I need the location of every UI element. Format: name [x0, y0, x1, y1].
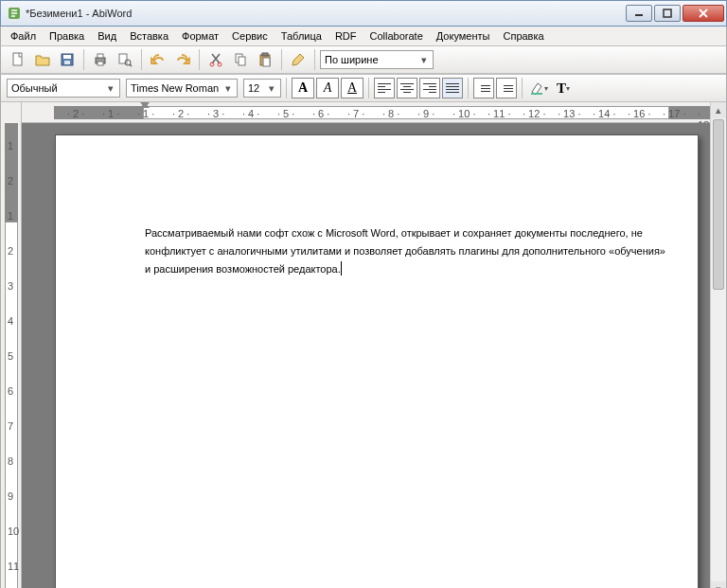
- svg-line-12: [130, 64, 132, 66]
- svg-rect-16: [239, 57, 245, 65]
- svg-rect-2: [664, 9, 671, 17]
- menu-edit[interactable]: Правка: [44, 28, 90, 44]
- svg-rect-10: [119, 54, 127, 63]
- svg-rect-6: [64, 61, 70, 64]
- scroll-down-button[interactable]: ▾: [711, 581, 726, 588]
- window-title: *Безимени1 - AbiWord: [26, 8, 626, 19]
- chevron-down-icon: ▾: [417, 54, 431, 66]
- maximize-button[interactable]: [654, 5, 681, 22]
- document-text[interactable]: Рассматриваемый нами софт схож с Microso…: [145, 224, 669, 278]
- menubar: Файл Правка Вид Вставка Формат Сервис Та…: [0, 27, 727, 45]
- print-button[interactable]: [89, 48, 112, 71]
- vertical-scrollbar[interactable]: ▴ ▾: [710, 102, 726, 588]
- underline-button[interactable]: A: [341, 78, 364, 98]
- menu-help[interactable]: Справка: [497, 28, 549, 44]
- menu-view[interactable]: Вид: [92, 28, 122, 44]
- document-area: 121234567891011 · 2 ·· 1 ·· 1 ·· 2 ·· 3 …: [0, 102, 727, 588]
- menu-file[interactable]: Файл: [5, 28, 42, 44]
- svg-rect-3: [13, 53, 22, 65]
- align-left-button[interactable]: [374, 78, 395, 98]
- bullet-list-button[interactable]: [496, 78, 517, 98]
- cut-button[interactable]: [204, 48, 227, 71]
- chevron-down-icon: ▾: [222, 82, 235, 95]
- size-value: 12: [248, 82, 265, 94]
- svg-rect-8: [98, 54, 103, 58]
- zoom-value: По ширине: [325, 54, 417, 65]
- copy-button[interactable]: [229, 48, 252, 71]
- font-color-button[interactable]: T▾: [552, 77, 575, 99]
- menu-documents[interactable]: Документы: [431, 28, 496, 44]
- align-right-button[interactable]: [419, 78, 440, 98]
- open-button[interactable]: [31, 48, 54, 71]
- chevron-down-icon: ▾: [104, 82, 117, 95]
- numbered-list-button[interactable]: [473, 78, 494, 98]
- new-button[interactable]: [7, 48, 29, 71]
- page[interactable]: Рассматриваемый нами софт схож с Microso…: [55, 134, 699, 588]
- vertical-ruler[interactable]: 121234567891011: [1, 102, 22, 588]
- format-toolbar: Обычный ▾ Times New Roman ▾ 12 ▾ A A A ▾…: [0, 74, 727, 102]
- svg-rect-19: [263, 58, 270, 66]
- svg-rect-5: [63, 55, 71, 59]
- zoom-combo[interactable]: По ширине ▾: [320, 50, 434, 69]
- document-canvas[interactable]: Рассматриваемый нами софт схож с Microso…: [22, 123, 710, 588]
- style-combo[interactable]: Обычный ▾: [7, 79, 120, 98]
- menu-insert[interactable]: Вставка: [124, 28, 174, 44]
- paste-button[interactable]: [254, 48, 276, 71]
- horizontal-ruler[interactable]: · 2 ·· 1 ·· 1 ·· 2 ·· 3 ·· 4 ·· 5 ·· 6 ·…: [22, 102, 710, 123]
- format-painter-button[interactable]: [287, 48, 310, 71]
- chevron-down-icon: ▾: [265, 82, 278, 95]
- highlight-button[interactable]: ▾: [527, 77, 550, 99]
- menu-format[interactable]: Формат: [176, 28, 224, 44]
- print-preview-button[interactable]: [114, 48, 136, 71]
- standard-toolbar: По ширине ▾: [0, 45, 727, 74]
- minimize-button[interactable]: [626, 5, 652, 22]
- app-icon: [7, 6, 22, 21]
- undo-button[interactable]: [147, 48, 169, 71]
- menu-table[interactable]: Таблица: [275, 28, 328, 44]
- svg-rect-20: [531, 93, 542, 95]
- scroll-thumb[interactable]: [713, 119, 724, 290]
- save-button[interactable]: [56, 48, 79, 71]
- scroll-up-button[interactable]: ▴: [711, 102, 726, 118]
- text-cursor: [341, 261, 342, 276]
- font-value: Times New Roman: [131, 82, 222, 94]
- align-justify-button[interactable]: [442, 78, 463, 98]
- font-combo[interactable]: Times New Roman ▾: [126, 79, 238, 98]
- svg-rect-9: [98, 62, 103, 65]
- size-combo[interactable]: 12 ▾: [243, 79, 281, 98]
- style-value: Обычный: [11, 82, 104, 94]
- redo-button[interactable]: [171, 48, 194, 71]
- align-center-button[interactable]: [397, 78, 417, 98]
- menu-rdf[interactable]: RDF: [329, 28, 363, 44]
- menu-tools[interactable]: Сервис: [226, 28, 274, 44]
- menu-collaborate[interactable]: Collaborate: [364, 28, 429, 44]
- svg-rect-18: [262, 53, 268, 56]
- bold-button[interactable]: A: [292, 78, 314, 98]
- close-button[interactable]: [683, 5, 724, 22]
- italic-button[interactable]: A: [316, 78, 339, 98]
- titlebar: *Безимени1 - AbiWord: [0, 0, 727, 27]
